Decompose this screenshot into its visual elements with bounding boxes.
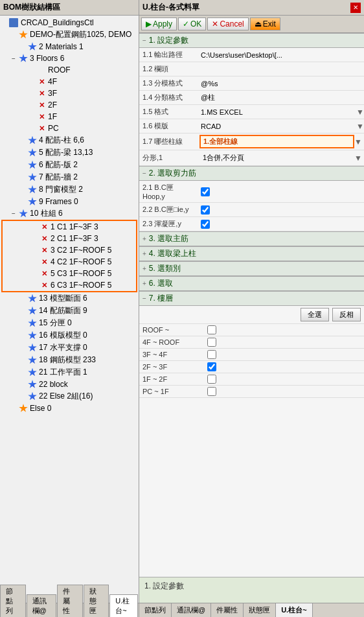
floor-row-3f-4f: 3F ~ 4F [139,349,364,361]
red-x-icon: ✕ [39,245,49,255]
ok-button[interactable]: ✓ OK [178,17,206,30]
form-row-template: 1.6 模版 RCAD ▼ [139,119,364,134]
tree-item-materials[interactable]: 2 Materials 1 [0,41,139,52]
tree-item-2f[interactable]: ✕ 2F [0,99,139,111]
tab-status[interactable]: 狀態匣 [84,585,109,617]
exit-button[interactable]: ⏏ Exit [250,17,280,30]
tree-item-div15[interactable]: 15 分匣 0 [0,317,139,329]
close-button[interactable]: ✕ [350,3,361,13]
cancel-icon: ✕ [212,19,218,29]
tree-toggle-col10[interactable]: − [9,210,18,217]
tree-item-form16[interactable]: 16 模版模型 0 [0,329,139,342]
section2-header[interactable]: − 2. 選取剪力筋 [139,166,364,181]
right-tab-ucol[interactable]: U.柱台~ [276,603,312,617]
form-row-format: 1.5 格式 1.MS EXCEL ▼ [139,105,364,119]
blue-star-icon [27,391,38,402]
collapse-icon: − [142,170,146,177]
tree-item-c2-1[interactable]: ✕ 3 C2 1F~ROOF 5 [3,244,136,256]
form-row-header: 1.2 欄頭 [139,62,364,76]
tab-node-list[interactable]: 節點列 [0,585,26,617]
red-x-icon: ✕ [36,88,47,99]
col-lines-value[interactable]: 1.全部柱線 [199,135,354,148]
tree-item-floors[interactable]: − 3 Floors 6 [0,52,139,64]
expand-icon: + [142,250,146,257]
floor-checkbox-pc-1f[interactable] [207,387,216,396]
tree-item-demo[interactable]: DEMO-配置鋼筋1025, DEMO [0,29,139,41]
form-row-bc-hoop: 2.1 B.C匣Hoop,y [139,181,364,203]
tree-toggle-floors[interactable]: − [9,55,18,62]
tree-item-c1-1[interactable]: ✕ 1 C1 1F~3F 3 [3,221,136,233]
apply-button[interactable]: ▶ Apply [141,17,177,30]
tree-item-col6[interactable]: 4 配筋-柱 6,6 [0,134,139,146]
floor-checkbox-4f-roof[interactable] [207,338,216,347]
floor-checkbox-3f-4f[interactable] [207,350,216,359]
left-panel-header: BOM樹狀結構區 [0,0,139,16]
section3-header[interactable]: + 3. 選取主筋 [139,231,364,246]
tree-item-work[interactable]: 21 工作平面 1 [0,366,139,378]
tree-item-1f[interactable]: ✕ 1F [0,111,139,122]
tree-item-c1-2[interactable]: ✕ 2 C1 1F~3F 3 [3,233,136,244]
tree-item-roof[interactable]: ROOF [0,64,139,76]
tree-item-wall[interactable]: 7 配筋-牆 2 [0,171,139,183]
section5-header[interactable]: + 5. 選類別 [139,261,364,276]
bc-hoop-checkbox[interactable] [201,187,210,196]
blue-star-icon [27,355,38,366]
tab-props[interactable]: 件屬性 [57,585,83,617]
red-x-icon: ✕ [36,123,47,134]
floor-checkbox-1f-2f[interactable] [207,375,216,384]
expand-icon: + [142,235,146,242]
form-row-bc-ie: 2.2 B.C匣□ie,y [139,203,364,217]
tab-ucol[interactable]: U.柱台~ [109,594,138,617]
floor-row-pc-1f: PC ~ 1F [139,386,364,398]
checkmark-icon: ▶ [146,19,152,29]
orange-star-icon [18,30,28,40]
tree-item-root[interactable]: CRCAD_BuildingsCtl [0,17,139,29]
right-tab-status[interactable]: 狀態匣 [244,603,276,617]
tree-item-c3-1[interactable]: ✕ 5 C3 1F~ROOF 5 [3,268,136,279]
tree-item-sec13[interactable]: 13 模型斷面 6 [0,292,139,305]
floor-checkbox-roof[interactable] [207,325,216,334]
tab-comm[interactable]: 通訊欄@ [27,594,57,617]
form-row-split: 分形,1 1合併,不分頁 ▼ [139,150,364,166]
collapse-icon: − [142,37,146,44]
right-bottom-tabs: 節點列 通訊欄@ 件屬性 狀態匣 U.柱台~ [139,603,364,617]
right-tab-node[interactable]: 節點列 [139,603,172,617]
concrete-checkbox[interactable] [201,220,210,229]
blue-star-icon [27,294,38,304]
section1-header[interactable]: − 1. 設定參數 [139,33,364,48]
section7-header[interactable]: − 7. 樓層 [139,291,364,306]
tree-item-else0[interactable]: Else 0 [0,402,139,414]
tree-item-col10[interactable]: − 10 柱組 6 [0,207,139,220]
tree-item-sec14[interactable]: 14 配筋斷面 9 [0,305,139,317]
bc-ie-checkbox[interactable] [201,205,210,215]
tree-item-4f[interactable]: ✕ 4F [0,76,139,87]
left-bottom-tabs: 節點列 通訊欄@ 件屬性 狀態匣 U.柱台~ [0,603,139,617]
tree-item-3f[interactable]: ✕ 3F [0,87,139,99]
select-all-button[interactable]: 全選 [301,308,329,321]
tree-item-c2-2[interactable]: ✕ 4 C2 1F~ROOF 5 [3,256,136,268]
tree-item-else2[interactable]: 22 Else 2組(16) [0,390,139,402]
tree-item-frames[interactable]: 9 Frames 0 [0,196,139,207]
tree-area[interactable]: CRCAD_BuildingsCtl DEMO-配置鋼筋1025, DEMO 2… [0,16,139,603]
dropdown-icon: ▼ [354,137,362,146]
tree-item-rebar[interactable]: 18 鋼筋模型 233 [0,354,139,366]
right-tab-comm[interactable]: 通訊欄@ [172,603,211,617]
building-icon [9,17,19,28]
tree-item-slab[interactable]: 6 配筋-版 2 [0,159,139,171]
tree-item-block[interactable]: 22 block [0,378,139,390]
tree-item-c3-2[interactable]: ✕ 6 C3 1F~ROOF 5 [3,279,136,291]
cancel-button[interactable]: ✕ Cancel [207,17,248,30]
tree-item-pc[interactable]: ✕ PC [0,122,139,134]
tree-item-door[interactable]: 8 門窗模型 2 [0,183,139,196]
section4-header[interactable]: + 4. 選取梁上柱 [139,246,364,261]
tree-item-beam[interactable]: 5 配筋-梁 13,13 [0,146,139,159]
floor-checkbox-2f-3f[interactable] [207,362,216,371]
red-x-icon: ✕ [39,280,49,290]
form-row-output-path: 1.1 輸出路徑 C:\Users\user\Desktop\[... [139,48,364,62]
red-x-icon: ✕ [39,233,49,244]
tree-item-horiz[interactable]: 17 水平支撐 0 [0,342,139,354]
invert-button[interactable]: 反相 [332,308,361,321]
section6-header[interactable]: + 6. 選取 [139,276,364,291]
right-panel: U.柱台-各式料單 ✕ ▶ Apply ✓ OK ✕ Cancel ⏏ Exit [139,0,364,617]
right-tab-props[interactable]: 件屬性 [211,603,244,617]
